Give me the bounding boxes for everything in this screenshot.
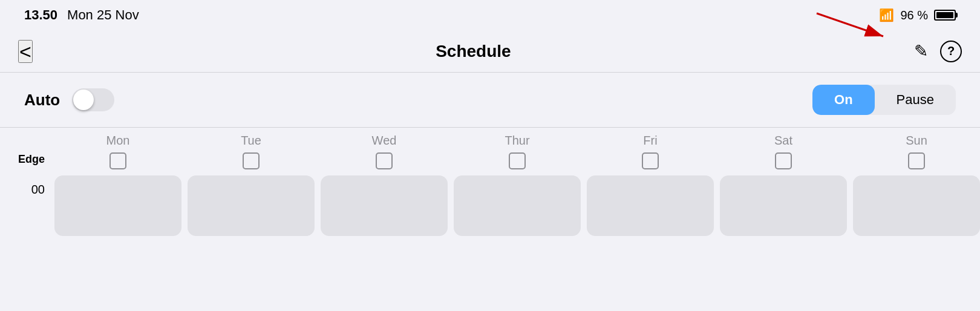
day-checkbox-wed[interactable] bbox=[376, 152, 393, 169]
time-cell-sun[interactable] bbox=[853, 175, 980, 236]
help-icon[interactable]: ? bbox=[940, 41, 962, 62]
time-row: 00 bbox=[0, 169, 980, 236]
status-date: Mon 25 Nov bbox=[67, 7, 139, 23]
nav-icons: ✎ ? bbox=[914, 41, 962, 62]
on-pause-group: On Pause bbox=[812, 85, 956, 115]
pause-button[interactable]: Pause bbox=[875, 85, 956, 115]
day-col-fri: Fri bbox=[587, 134, 714, 169]
back-button[interactable]: < bbox=[18, 40, 33, 63]
day-col-sat: Sat bbox=[720, 134, 847, 169]
edit-icon[interactable]: ✎ bbox=[914, 41, 928, 61]
day-checkbox-sat[interactable] bbox=[775, 152, 792, 169]
time-cell-mon[interactable] bbox=[54, 175, 181, 236]
time-cell-fri[interactable] bbox=[587, 175, 714, 236]
page-title: Schedule bbox=[436, 42, 511, 61]
time-cell-sat[interactable] bbox=[720, 175, 847, 236]
battery-icon bbox=[934, 10, 956, 21]
day-name-mon: Mon bbox=[106, 134, 130, 148]
on-button[interactable]: On bbox=[812, 85, 875, 115]
status-bar: 13.50 Mon 25 Nov 📶 96 % bbox=[0, 0, 980, 30]
day-name-sat: Sat bbox=[774, 134, 792, 148]
time-cell-tue[interactable] bbox=[188, 175, 315, 236]
time-cell-thur[interactable] bbox=[454, 175, 581, 236]
auto-row: Auto On Pause bbox=[0, 73, 980, 128]
day-name-sun: Sun bbox=[906, 134, 927, 148]
day-col-mon: Mon bbox=[54, 134, 181, 169]
day-checkbox-tue[interactable] bbox=[243, 152, 260, 169]
day-checkbox-thur[interactable] bbox=[509, 152, 526, 169]
status-right: 📶 96 % bbox=[879, 8, 956, 22]
toggle-knob bbox=[73, 90, 94, 110]
schedule-section: Edge MonTueWedThurFriSatSun 00 bbox=[0, 128, 980, 236]
day-name-wed: Wed bbox=[372, 134, 397, 148]
day-name-tue: Tue bbox=[241, 134, 261, 148]
day-col-sun: Sun bbox=[853, 134, 980, 169]
time-cells bbox=[54, 175, 980, 236]
auto-left: Auto bbox=[24, 88, 114, 111]
day-name-fri: Fri bbox=[643, 134, 657, 148]
edge-row-label: Edge bbox=[18, 153, 45, 166]
time-cell-wed[interactable] bbox=[321, 175, 448, 236]
battery-percent: 96 % bbox=[900, 8, 928, 22]
day-checkbox-mon[interactable] bbox=[109, 152, 126, 169]
day-col-thur: Thur bbox=[454, 134, 581, 169]
day-checkbox-fri[interactable] bbox=[642, 152, 659, 169]
day-col-wed: Wed bbox=[321, 134, 448, 169]
status-time: 13.50 bbox=[24, 7, 57, 23]
auto-label: Auto bbox=[24, 91, 60, 110]
nav-bar: < Schedule ✎ ? bbox=[0, 30, 980, 73]
time-label-col: 00 bbox=[0, 175, 54, 197]
auto-toggle[interactable] bbox=[72, 88, 114, 111]
day-name-thur: Thur bbox=[505, 134, 529, 148]
time-label: 00 bbox=[31, 183, 45, 197]
wifi-icon: 📶 bbox=[879, 8, 894, 22]
day-checkbox-sun[interactable] bbox=[908, 152, 925, 169]
day-col-tue: Tue bbox=[188, 134, 315, 169]
